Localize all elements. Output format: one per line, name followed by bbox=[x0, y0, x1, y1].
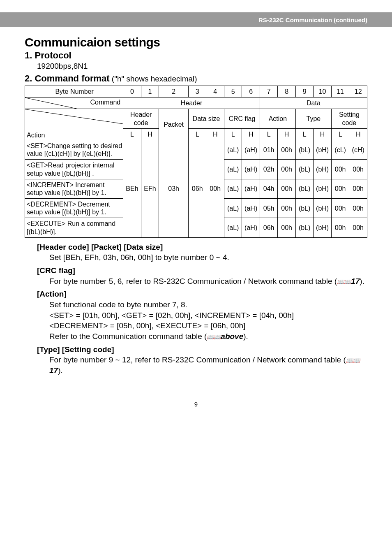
setting-code-label: Setting code bbox=[331, 109, 367, 128]
r4-scl: 00h bbox=[331, 218, 349, 237]
command-table: Byte Number 0 1 2 3 4 5 6 7 8 9 10 11 12… bbox=[25, 86, 367, 238]
r4-actl: 06h bbox=[260, 218, 277, 237]
col-11: 11 bbox=[331, 86, 349, 97]
col-7: 7 bbox=[260, 86, 277, 97]
sc-h: H bbox=[349, 128, 367, 140]
hc-l: L bbox=[123, 128, 141, 140]
r1-al: (aL) bbox=[224, 160, 242, 179]
r3-al: (aL) bbox=[224, 199, 242, 218]
row-desc: <EXECUTE> Run a command [(bL)(bH)]. bbox=[25, 218, 123, 237]
header-group: Header bbox=[123, 97, 260, 109]
header-code-label: Header code bbox=[123, 109, 159, 128]
action-pre: Refer to the Communication command table… bbox=[49, 332, 207, 341]
col-0: 0 bbox=[123, 86, 141, 97]
r0-sch: (cH) bbox=[349, 140, 367, 159]
r0-scl: (cL) bbox=[331, 140, 349, 159]
protocol-heading: 1. Protocol bbox=[25, 50, 367, 61]
body-crc: For byte number 5, 6, refer to RS-232C C… bbox=[25, 276, 367, 287]
ds-h: H bbox=[206, 128, 224, 140]
r1-typl: (bL) bbox=[295, 160, 313, 179]
r4-typh: (bH) bbox=[314, 218, 331, 237]
type-post: ). bbox=[58, 366, 63, 375]
col-1: 1 bbox=[141, 86, 159, 97]
book-icon bbox=[337, 277, 344, 285]
page-number: 9 bbox=[25, 401, 367, 408]
data-group: Data bbox=[260, 97, 367, 109]
fixed-00h: 00h bbox=[206, 140, 224, 237]
typ-h: H bbox=[314, 128, 331, 140]
r0-ah: (aH) bbox=[242, 140, 260, 159]
col-3: 3 bbox=[188, 86, 206, 97]
band-text: RS-232C Communication (continued) bbox=[258, 16, 367, 23]
hdr-type: [Type] [Setting code] bbox=[25, 344, 367, 355]
r1-sch: 00h bbox=[349, 160, 367, 179]
hc-h: H bbox=[141, 128, 159, 140]
book-icon bbox=[207, 332, 214, 341]
action-label: Action bbox=[260, 109, 295, 128]
command-format-label: 2. Command format bbox=[25, 73, 110, 84]
body-action-2: <SET> = [01h, 00h], <GET> = [02h, 00h], … bbox=[25, 310, 367, 321]
r2-al: (aL) bbox=[224, 179, 242, 198]
r3-actl: 05h bbox=[260, 199, 277, 218]
r2-typl: (bL) bbox=[295, 179, 313, 198]
r4-acth: 00h bbox=[278, 218, 295, 237]
crc-l: L bbox=[224, 128, 242, 140]
row-desc: <INCREMENT> Increment setup value [(bL)(… bbox=[25, 179, 123, 198]
col-2: 2 bbox=[159, 86, 189, 97]
command-format-heading: 2. Command format ("h" shows hexadecimal… bbox=[25, 73, 367, 84]
row-desc: <GET>Read projector internal setup value… bbox=[25, 160, 123, 179]
r1-scl: 00h bbox=[331, 160, 349, 179]
col-4: 4 bbox=[206, 86, 224, 97]
body-action-3: <DECREMENT> = [05h, 00h], <EXECUTE> = [0… bbox=[25, 320, 367, 331]
diag-command: Command bbox=[25, 97, 123, 109]
body-action-4: Refer to the Communication command table… bbox=[25, 331, 367, 342]
body-type: For byte number 9 ~ 12, refer to RS-232C… bbox=[25, 355, 367, 376]
byte-number-label: Byte Number bbox=[25, 86, 123, 97]
r4-al: (aL) bbox=[224, 218, 242, 237]
sc-l: L bbox=[331, 128, 349, 140]
action-ref: above bbox=[214, 332, 243, 341]
r0-actl: 01h bbox=[260, 140, 277, 159]
hdr-action: [Action] bbox=[25, 289, 367, 299]
r3-acth: 00h bbox=[278, 199, 295, 218]
crc-post: ). bbox=[360, 277, 364, 285]
fixed-03h: 03h bbox=[159, 140, 189, 237]
col-6: 6 bbox=[242, 86, 260, 97]
r0-acth: 00h bbox=[278, 140, 295, 159]
fixed-beh: BEh bbox=[123, 140, 141, 237]
command-format-suffix: ("h" shows hexadecimal) bbox=[110, 74, 197, 83]
command-label: Command bbox=[90, 98, 120, 106]
body-action-1: Set functional code to byte number 7, 8. bbox=[25, 299, 367, 310]
crc-ref: 17 bbox=[344, 277, 360, 285]
explanation-sections: [Header code] [Packet] [Data size] Set [… bbox=[25, 242, 367, 376]
r4-sch: 00h bbox=[349, 218, 367, 237]
hdr-header-code: [Header code] [Packet] [Data size] bbox=[25, 242, 367, 253]
row-byte-number: Byte Number 0 1 2 3 4 5 6 7 8 9 10 11 12 bbox=[25, 86, 367, 97]
r4-typl: (bL) bbox=[295, 218, 313, 237]
body-header-code: Set [BEh, EFh, 03h, 06h, 00h] to byte nu… bbox=[25, 252, 367, 263]
r2-acth: 00h bbox=[278, 179, 295, 198]
page-title: Communicaion settings bbox=[25, 35, 367, 49]
r2-sch: 00h bbox=[349, 179, 367, 198]
row-command-header: Command Header Data bbox=[25, 97, 367, 109]
r0-al: (aL) bbox=[224, 140, 242, 159]
action-post: ). bbox=[243, 332, 248, 341]
r1-ah: (aH) bbox=[242, 160, 260, 179]
r1-acth: 00h bbox=[278, 160, 295, 179]
r1-typh: (bH) bbox=[314, 160, 331, 179]
r1-actl: 02h bbox=[260, 160, 277, 179]
r2-ah: (aH) bbox=[242, 179, 260, 198]
type-label: Type bbox=[295, 109, 331, 128]
crc-flag-label: CRC flag bbox=[224, 109, 260, 128]
book-icon bbox=[346, 355, 353, 364]
crc-pre: For byte number 5, 6, refer to RS-232C C… bbox=[49, 277, 337, 285]
row-subgroups: Action Header code Packet Data size CRC … bbox=[25, 109, 367, 128]
type-pre: For byte number 9 ~ 12, refer to RS-232C… bbox=[49, 355, 346, 364]
r0-typl: (bL) bbox=[295, 140, 313, 159]
packet-label: Packet bbox=[159, 109, 189, 140]
row-desc: <DECREMENT> Decrement setup value [(bL)(… bbox=[25, 199, 123, 218]
r3-sch: 00h bbox=[349, 199, 367, 218]
data-size-label: Data size bbox=[188, 109, 224, 128]
r2-scl: 00h bbox=[331, 179, 349, 198]
r3-ah: (aH) bbox=[242, 199, 260, 218]
